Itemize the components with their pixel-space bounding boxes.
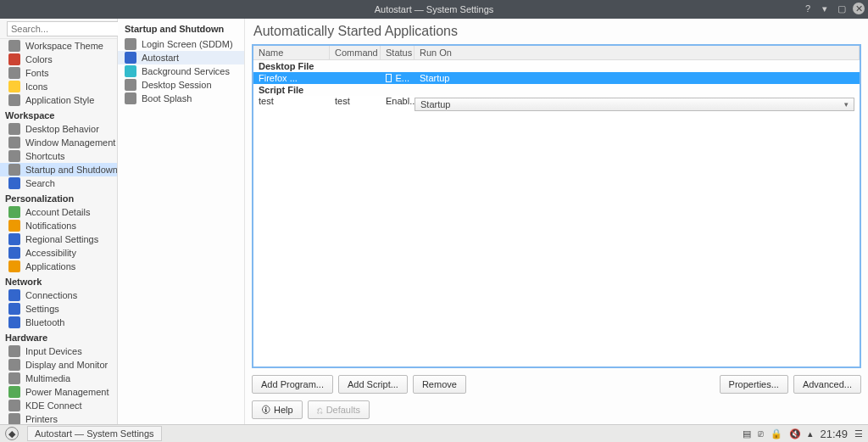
category-icon (8, 206, 20, 218)
sidebar-item-label: Workspace Theme (25, 41, 103, 51)
sidebar-item-label: Application Style (25, 95, 94, 105)
sidebar-item-label: Display and Monitor (25, 360, 108, 370)
subsection-item[interactable]: Desktop Session (118, 78, 244, 92)
category-hardware: Hardware (0, 329, 117, 344)
sidebar-item[interactable]: Workspace Theme (0, 39, 117, 53)
add-script-button[interactable]: Add Script... (338, 375, 408, 394)
titlebar: Autostart — System Settings ? ▾ ▢ ✕ (0, 0, 868, 19)
subsection-item[interactable]: Login Screen (SDDM) (118, 37, 244, 51)
sidebar-item[interactable]: Multimedia (0, 372, 117, 385)
sidebar-item[interactable]: Colors (0, 53, 117, 66)
cell-runon: Startup (415, 73, 860, 83)
sidebar-item-label: Applications (25, 261, 75, 271)
taskbar: ◆ Autostart — System Settings ▤ ⎚ 🔒 🔇 ▴ … (0, 424, 868, 442)
properties-button[interactable]: Properties... (720, 375, 788, 394)
col-status[interactable]: Status (381, 46, 415, 59)
sidebar-item[interactable]: Window Management (0, 136, 117, 149)
help-button[interactable]: 🛈Help (252, 400, 303, 419)
minimize-icon[interactable]: ▾ (819, 3, 831, 14)
checkbox-icon[interactable] (386, 74, 392, 82)
sidebar-item[interactable]: Fonts (0, 66, 117, 80)
table-row[interactable]: Firefox ... E... Startup (253, 72, 860, 84)
search-input[interactable] (7, 21, 132, 36)
category-icon (8, 53, 20, 65)
sidebar-item[interactable]: Power Management (0, 385, 117, 399)
sidebar-item[interactable]: Applications (0, 260, 117, 273)
category-icon (8, 359, 20, 371)
col-command[interactable]: Command (330, 46, 381, 59)
sidebar-item-label: Bluetooth (25, 317, 64, 327)
sidebar-item[interactable]: Application Style (0, 93, 117, 107)
category-icon (8, 413, 20, 424)
taskbar-task[interactable]: Autostart — System Settings (27, 426, 162, 441)
clock[interactable]: 21:49 (820, 428, 848, 440)
subsection-item[interactable]: Autostart (118, 51, 244, 64)
subsection-list: Startup and Shutdown Login Screen (SDDM)… (118, 19, 245, 424)
category-network: Network (0, 273, 117, 288)
tray-icon[interactable]: 🔒 (771, 428, 782, 439)
sidebar-item[interactable]: Regional Settings (0, 232, 117, 246)
sidebar-item[interactable]: Bluetooth (0, 316, 117, 329)
sidebar-item[interactable]: Startup and Shutdown (0, 163, 117, 176)
sidebar-item[interactable]: Accessibility (0, 246, 117, 260)
sidebar-item[interactable]: Display and Monitor (0, 358, 117, 372)
category-icon (8, 137, 20, 148)
runon-combo[interactable]: Startup (415, 98, 854, 111)
subsection-item[interactable]: Boot Splash (118, 92, 244, 105)
defaults-button: ⎌Defaults (308, 400, 370, 419)
volume-icon[interactable]: 🔇 (789, 428, 801, 439)
col-name[interactable]: Name (253, 46, 330, 59)
category-icon (8, 260, 20, 272)
item-icon (125, 38, 136, 50)
category-icon (8, 67, 20, 79)
subsection-item[interactable]: Background Services (118, 64, 244, 78)
subsection-label: Login Screen (SDDM) (142, 39, 233, 49)
sidebar-item[interactable]: Shortcuts (0, 149, 117, 163)
tray-icon[interactable]: ▤ (743, 428, 751, 439)
category-icon (8, 372, 20, 384)
category-icon (8, 247, 20, 259)
category-workspace: Workspace (0, 107, 117, 122)
main-panel: Automatically Started Applications Name … (245, 19, 868, 424)
sidebar-item[interactable]: Notifications (0, 219, 117, 232)
category-icon (8, 150, 20, 162)
cell-status: E... (381, 73, 415, 83)
remove-button[interactable]: Remove (413, 375, 466, 394)
sidebar-item-label: KDE Connect (25, 400, 82, 411)
sidebar-item[interactable]: KDE Connect (0, 399, 117, 412)
tray-icon[interactable]: ⎚ (758, 428, 764, 439)
sidebar-item-label: Icons (25, 81, 47, 92)
sidebar-item[interactable]: Icons (0, 80, 117, 93)
subsection-title: Startup and Shutdown (118, 19, 244, 37)
subsection-label: Boot Splash (142, 93, 192, 104)
sidebar-item[interactable]: Settings (0, 302, 117, 316)
table-row[interactable]: test test Enabl... Startup (253, 96, 860, 108)
sidebar-item[interactable]: Search (0, 176, 117, 190)
sidebar-item-label: Fonts (25, 68, 49, 78)
sidebar-item-label: Printers (25, 414, 58, 424)
advanced-button[interactable]: Advanced... (793, 375, 861, 394)
col-runon[interactable]: Run On (415, 46, 860, 59)
sidebar-item[interactable]: Input Devices (0, 344, 117, 358)
item-icon (125, 92, 136, 104)
group-desktop-file: Desktop File (253, 60, 860, 72)
category-icon (8, 94, 20, 106)
expand-tray-icon[interactable]: ▴ (808, 428, 813, 439)
help-icon[interactable]: ? (802, 3, 814, 14)
start-menu-icon[interactable]: ◆ (5, 427, 19, 440)
sidebar: Workspace ThemeColorsFontsIconsApplicati… (0, 19, 118, 424)
close-icon[interactable]: ✕ (853, 3, 865, 14)
sidebar-item-label: Settings (25, 304, 59, 314)
cell-name: Firefox ... (253, 73, 330, 83)
maximize-icon[interactable]: ▢ (836, 3, 848, 14)
sidebar-item-label: Window Management (25, 137, 115, 148)
sidebar-item[interactable]: Desktop Behavior (0, 122, 117, 136)
sidebar-item-label: Shortcuts (25, 151, 64, 161)
add-program-button[interactable]: Add Program... (252, 375, 333, 394)
notifications-icon[interactable]: ☰ (854, 428, 863, 439)
sidebar-item[interactable]: Connections (0, 288, 117, 302)
sidebar-item[interactable]: Account Details (0, 205, 117, 219)
category-icon (8, 316, 20, 328)
category-icon (8, 177, 20, 189)
sidebar-item[interactable]: Printers (0, 412, 117, 424)
